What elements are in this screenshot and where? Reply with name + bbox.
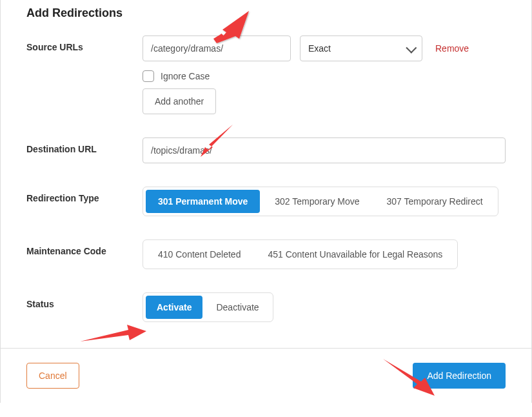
source-urls-label: Source URLs — [26, 36, 143, 52]
destination-url-input[interactable] — [143, 137, 506, 163]
add-redirection-button[interactable]: Add Redirection — [413, 363, 506, 389]
redirection-type-301[interactable]: 301 Permanent Move — [146, 190, 260, 213]
destination-url-label: Destination URL — [26, 137, 143, 154]
redirection-type-307[interactable]: 307 Temporary Redirect — [375, 190, 495, 213]
maintenance-code-label: Maintenance Code — [26, 239, 143, 256]
remove-source-link[interactable]: Remove — [435, 43, 469, 54]
status-activate[interactable]: Activate — [146, 296, 202, 319]
source-match-select[interactable]: Exact — [300, 36, 422, 61]
redirection-type-302[interactable]: 302 Temporary Move — [262, 190, 371, 213]
page-title: Add Redirections — [26, 6, 506, 20]
maintenance-code-451[interactable]: 451 Content Unavailable for Legal Reason… — [255, 243, 455, 266]
status-deactivate[interactable]: Deactivate — [205, 296, 270, 319]
redirection-type-label: Redirection Type — [26, 187, 143, 203]
ignore-case-label: Ignore Case — [161, 71, 210, 81]
cancel-button[interactable]: Cancel — [26, 363, 79, 389]
add-another-button[interactable]: Add another — [143, 88, 216, 114]
maintenance-code-410[interactable]: 410 Content Deleted — [146, 243, 253, 266]
ignore-case-checkbox[interactable] — [143, 70, 154, 82]
source-url-input[interactable] — [143, 36, 291, 61]
redirection-type-group: 301 Permanent Move 302 Temporary Move 30… — [143, 187, 498, 216]
status-label: Status — [26, 292, 143, 309]
status-group: Activate Deactivate — [143, 292, 273, 322]
maintenance-code-group: 410 Content Deleted 451 Content Unavaila… — [143, 239, 458, 269]
